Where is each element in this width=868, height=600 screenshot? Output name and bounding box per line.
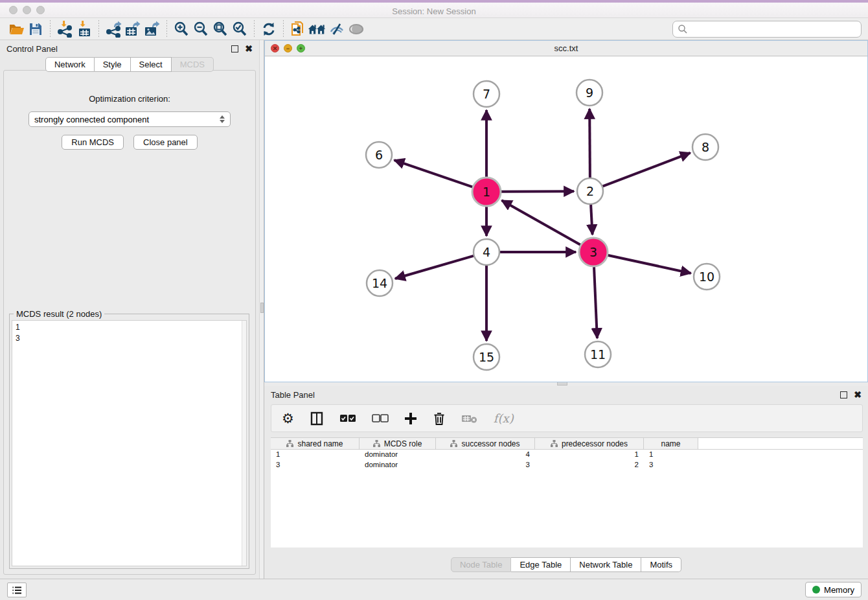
tab-mcds[interactable]: MCDS	[172, 57, 214, 72]
import-network-icon[interactable]	[55, 20, 74, 38]
optimization-criterion-label: Optimization criterion:	[4, 94, 255, 104]
table-cell[interactable]: dominator	[360, 460, 436, 470]
table-panel: Table Panel ✖ ⚙ f(x)	[264, 386, 868, 579]
close-table-panel-icon[interactable]: ✖	[854, 391, 862, 398]
graph-node-label-10: 10	[699, 270, 714, 284]
graph-node-label-9: 9	[586, 86, 593, 100]
titlebar: Session: New Session	[0, 3, 868, 18]
hide-selected-eye-icon[interactable]	[327, 20, 347, 38]
result-scrollbar[interactable]	[242, 321, 246, 566]
open-session-icon[interactable]	[6, 20, 26, 38]
table-panel-tabs: Node TableEdge TableNetwork TableMotifs	[264, 557, 868, 572]
table-cell[interactable]: 1	[271, 450, 360, 460]
search-input[interactable]	[688, 23, 861, 36]
tab-network[interactable]: Network	[45, 57, 95, 72]
graph-edge-2-8[interactable]	[602, 153, 691, 187]
graph-node-label-8: 8	[702, 140, 709, 154]
table-settings-gear-icon[interactable]: ⚙	[282, 411, 294, 426]
table-cell[interactable]: 1	[535, 450, 644, 460]
add-column-icon[interactable]	[404, 412, 417, 425]
control-panel-header: Control Panel ✖	[0, 40, 259, 57]
column-header-label: name	[661, 439, 680, 448]
tab-edge-table[interactable]: Edge Table	[511, 557, 571, 572]
graph-edge-2-3[interactable]	[591, 203, 593, 235]
table-row[interactable]: 3dominator323	[271, 460, 863, 470]
graph-edge-1-2[interactable]	[500, 191, 574, 192]
graph-edge-3-10[interactable]	[607, 255, 691, 273]
table-cell[interactable]: 3	[644, 460, 698, 470]
memory-button[interactable]: Memory	[805, 582, 862, 597]
table-cell[interactable]: 4	[436, 450, 535, 460]
column-header-label: shared name	[297, 439, 343, 448]
select-stepper-icon	[220, 115, 225, 123]
control-panel: Control Panel ✖ NetworkStyleSelectMCDS O…	[0, 40, 259, 579]
zoom-out-icon[interactable]	[191, 20, 211, 38]
table-row[interactable]: 1dominator411	[271, 450, 863, 460]
table-cell[interactable]: 1	[644, 450, 698, 460]
column-header-label: MCDS role	[384, 439, 422, 448]
column-header-label: predecessor nodes	[562, 439, 628, 448]
refresh-icon[interactable]	[259, 20, 279, 38]
tab-node-table[interactable]: Node Table	[451, 557, 512, 572]
deselect-all-icon[interactable]	[372, 414, 389, 423]
memory-label: Memory	[824, 585, 854, 595]
graph-node-label-3: 3	[589, 245, 597, 259]
show-columns-icon[interactable]	[310, 411, 324, 426]
graph-edge-2-9[interactable]	[589, 109, 590, 179]
tab-network-table[interactable]: Network Table	[571, 557, 641, 572]
mcds-result-list[interactable]: 1 3	[12, 320, 247, 566]
zoom-in-icon[interactable]	[172, 20, 191, 38]
float-table-panel-icon[interactable]	[840, 391, 847, 398]
toolbar-separator	[98, 20, 99, 38]
task-history-button[interactable]	[7, 583, 27, 597]
mcds-result-title: MCDS result (2 nodes)	[14, 309, 104, 319]
network-canvas[interactable]: 7968124314101511	[265, 56, 867, 382]
export-table-icon[interactable]	[123, 20, 143, 38]
zoom-selected-icon[interactable]	[230, 20, 249, 38]
column-header-MCDS-role[interactable]: MCDS role	[360, 438, 436, 449]
column-header-name[interactable]: name	[644, 438, 698, 449]
select-all-icon[interactable]	[339, 414, 356, 423]
splitter-handle[interactable]	[260, 303, 264, 313]
run-mcds-button[interactable]: Run MCDS	[62, 135, 124, 150]
optimization-criterion-select[interactable]: strongly connected component	[29, 111, 231, 127]
column-type-icon	[551, 440, 558, 447]
tab-select[interactable]: Select	[131, 57, 172, 72]
close-panel-button[interactable]: Close panel	[133, 135, 198, 150]
node-table[interactable]: shared nameMCDS rolesuccessor nodesprede…	[271, 437, 863, 548]
table-cell[interactable]: 3	[436, 460, 535, 470]
mcds-result-group: MCDS result (2 nodes) 1 3	[9, 314, 249, 569]
zoom-fit-icon[interactable]	[211, 20, 230, 38]
tab-style[interactable]: Style	[95, 57, 131, 72]
graph-node-label-15: 15	[479, 350, 494, 364]
graph-node-label-6: 6	[375, 148, 383, 162]
export-network-icon[interactable]	[104, 20, 123, 38]
column-header-successor-nodes[interactable]: successor nodes	[436, 438, 535, 449]
graph-edge-4-14[interactable]	[395, 255, 475, 279]
column-header-shared-name[interactable]: shared name	[271, 438, 360, 449]
column-type-icon	[286, 440, 293, 447]
table-toolbar: ⚙ f(x)	[271, 404, 863, 432]
table-cell[interactable]: 3	[271, 460, 360, 470]
column-type-icon	[373, 440, 380, 447]
network-graph: 7968124314101511	[265, 56, 867, 382]
save-session-icon[interactable]	[26, 20, 45, 38]
graph-edge-3-1[interactable]	[502, 200, 582, 245]
float-panel-icon[interactable]	[231, 45, 238, 52]
table-cell[interactable]: dominator	[360, 450, 436, 460]
network-window-titlebar[interactable]: ✕ − + scc.txt	[265, 41, 867, 56]
table-cell[interactable]: 2	[535, 460, 644, 470]
graph-node-label-2: 2	[586, 184, 594, 198]
delete-column-trash-icon[interactable]	[433, 411, 446, 426]
clone-network-icon[interactable]	[288, 20, 308, 38]
export-image-icon[interactable]	[143, 20, 162, 38]
tab-motifs[interactable]: Motifs	[641, 557, 681, 572]
panel-splitter[interactable]	[259, 40, 264, 579]
column-header-predecessor-nodes[interactable]: predecessor nodes	[535, 438, 644, 449]
close-panel-icon[interactable]: ✖	[245, 45, 253, 52]
graph-edge-3-11[interactable]	[594, 266, 597, 338]
import-table-icon[interactable]	[74, 20, 94, 38]
graph-edge-1-6[interactable]	[394, 160, 474, 187]
home-networks-icon[interactable]	[308, 20, 327, 38]
search-box	[672, 21, 862, 38]
